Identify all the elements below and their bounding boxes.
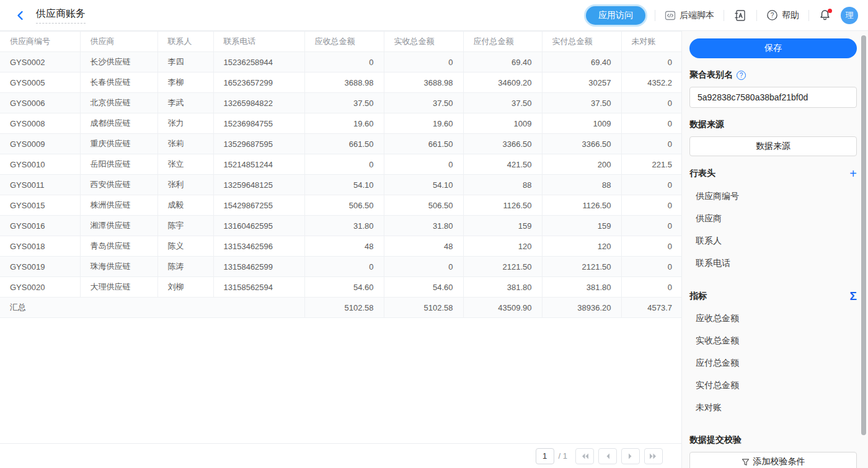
add-row-header-icon[interactable]: + (849, 167, 857, 180)
table-cell: GYS0008 (0, 113, 80, 134)
row-header-field[interactable]: 供应商编号 (689, 186, 857, 207)
metric-field[interactable]: 应收总金额 (689, 308, 857, 329)
table-cell: 0 (384, 257, 463, 277)
metric-field[interactable]: 未对账 (689, 397, 857, 418)
table-cell: 刘柳 (157, 277, 213, 298)
sidebar-scrollbar[interactable] (861, 35, 866, 435)
summary-cell: 5102.58 (384, 298, 463, 318)
save-button[interactable]: 保存 (689, 38, 857, 58)
back-button[interactable] (12, 7, 29, 24)
filter-icon (742, 458, 750, 466)
table-row: GYS0018青岛供应链陈义1315346259648481201200 (0, 236, 681, 257)
table-cell: 661.50 (304, 134, 384, 154)
table-cell: 李武 (157, 93, 213, 113)
table-cell: 200 (542, 154, 621, 175)
backend-script-button[interactable]: 后端脚本 (665, 10, 714, 21)
contacts-button[interactable] (733, 9, 747, 22)
column-header: 实收总金额 (384, 32, 463, 52)
table-cell: GYS0015 (0, 195, 80, 216)
table-cell: 成毅 (157, 195, 213, 216)
page-title[interactable]: 供应商账务 (36, 7, 86, 24)
table-cell: 54.60 (384, 277, 463, 298)
table-cell: 421.50 (463, 154, 542, 175)
table-cell: 13158462599 (213, 257, 304, 277)
metric-field[interactable]: 实收总金额 (689, 330, 857, 351)
table-cell: 陈涛 (157, 257, 213, 277)
top-bar: 供应商账务 应用访问 后端脚本 (0, 0, 868, 31)
row-header-field[interactable]: 联系电话 (689, 253, 857, 274)
notifications-button[interactable] (818, 9, 831, 22)
validation-label: 数据提交校验 (689, 435, 857, 446)
prev-page-button[interactable] (598, 448, 617, 464)
table-cell: GYS0018 (0, 236, 80, 257)
table-cell: 西安供应链 (80, 175, 157, 195)
table-cell: 株洲供应链 (80, 195, 157, 216)
avatar[interactable]: 理 (841, 7, 858, 24)
notification-dot (828, 9, 832, 13)
table-cell: 0 (621, 134, 681, 154)
table-cell: 69.40 (463, 52, 542, 73)
supplier-table: 供应商编号供应商联系人联系电话应收总金额实收总金额应付总金额实付总金额未对账 G… (0, 31, 681, 318)
svg-text:?: ? (771, 12, 774, 19)
table-cell: 48 (304, 236, 384, 257)
table-cell: GYS0016 (0, 216, 80, 236)
column-header: 联系人 (157, 32, 213, 52)
table-cell: 1126.50 (463, 195, 542, 216)
address-book-icon (733, 9, 747, 22)
code-icon (665, 10, 676, 21)
summary-cell: 38936.20 (542, 298, 621, 318)
table-cell: 381.80 (463, 277, 542, 298)
table-cell: 159 (542, 216, 621, 236)
first-page-button[interactable] (575, 448, 594, 464)
table-cell: 30257 (542, 73, 621, 93)
table-row: GYS0008成都供应链张力1523698475519.6019.6010091… (0, 113, 681, 134)
table-cell: 13153462596 (213, 236, 304, 257)
table-cell: 0 (621, 175, 681, 195)
row-header-field[interactable]: 供应商 (689, 208, 857, 229)
next-page-button[interactable] (621, 448, 640, 464)
table-cell: 0 (304, 154, 384, 175)
table-cell: 张立 (157, 154, 213, 175)
table-cell: 37.50 (384, 93, 463, 113)
table-row: GYS0016湘潭供应链陈宇1316046259531.8031.8015915… (0, 216, 681, 236)
column-header: 供应商 (80, 32, 157, 52)
table-cell: 69.40 (542, 52, 621, 73)
page-number-input[interactable]: 1 (536, 448, 554, 464)
table-cell: 506.50 (384, 195, 463, 216)
column-header: 应付总金额 (463, 32, 542, 52)
table-row: GYS0019珠海供应链陈涛13158462599002121.502121.5… (0, 257, 681, 277)
table-cell: 19.60 (384, 113, 463, 134)
app-access-button[interactable]: 应用访问 (586, 6, 645, 25)
table-cell: 0 (621, 257, 681, 277)
table-cell: 13265984822 (213, 93, 304, 113)
table-cell: 0 (304, 257, 384, 277)
help-button[interactable]: ? 帮助 (766, 9, 799, 21)
last-page-button[interactable] (644, 448, 663, 464)
alias-help-icon[interactable]: ? (737, 71, 746, 80)
table-cell: 381.80 (542, 277, 621, 298)
divider (756, 10, 757, 21)
table-cell: 0 (621, 195, 681, 216)
table-cell: 张利 (157, 175, 213, 195)
table-cell: 珠海供应链 (80, 257, 157, 277)
table-cell: 54.10 (304, 175, 384, 195)
alias-input[interactable] (689, 87, 857, 108)
table-row: GYS0015株洲供应链成毅15429867255506.50506.50112… (0, 195, 681, 216)
sigma-icon[interactable]: Σ (850, 290, 857, 302)
table-cell: GYS0006 (0, 93, 80, 113)
table-cell: 34609.20 (463, 73, 542, 93)
table-row: GYS0020大理供应链刘柳1315856259454.6054.60381.8… (0, 277, 681, 298)
metric-field[interactable]: 实付总金额 (689, 375, 857, 396)
datasource-button[interactable]: 数据来源 (689, 136, 857, 156)
datasource-label: 数据来源 (689, 119, 857, 130)
table-cell: 2121.50 (542, 257, 621, 277)
metric-field[interactable]: 应付总金额 (689, 353, 857, 374)
summary-cell: 4573.7 (621, 298, 681, 318)
summary-cell: 5102.58 (304, 298, 384, 318)
row-header-field[interactable]: 联系人 (689, 231, 857, 252)
table-row: GYS0005长春供应链李柳165236572993688.983688.983… (0, 73, 681, 93)
table-row: GYS0006北京供应链李武1326598482237.5037.5037.50… (0, 93, 681, 113)
metrics-label-row: 指标 Σ (689, 290, 857, 302)
add-validation-button[interactable]: 添加校验条件 (689, 452, 857, 468)
table-cell: 37.50 (304, 93, 384, 113)
